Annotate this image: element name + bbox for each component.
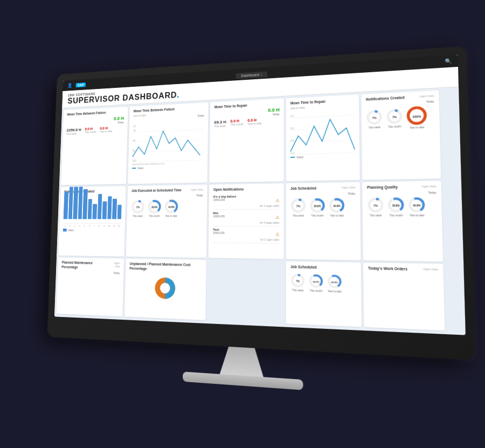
job-sched2-title: Job Scheduled	[290, 265, 317, 270]
bar-5	[82, 189, 87, 219]
screen: 👤 SAP Dashboard ↓ 🔍 28M SOFTWARE SUPERVI…	[54, 54, 466, 335]
svg-text:40.9%: 40.9%	[413, 204, 421, 207]
job-sched2-year-label: Year to date	[328, 290, 342, 293]
plan-qual-week-label: This week	[370, 214, 382, 217]
plan-qual-week-donut: 7% This week	[367, 197, 384, 217]
bar-4	[78, 186, 83, 219]
job-sched2-month-donut: 38.6% This month	[309, 273, 324, 292]
bar-labels: 1 2 3 4 5 6 7 8 9 10 11	[63, 224, 121, 227]
job-scheduled-card: Job Scheduled Ingen data Today 7%	[286, 182, 361, 260]
notif-time-2: for 6 dage siden	[260, 220, 279, 224]
notif-week-label: This week	[369, 126, 380, 129]
svg-text:7%: 7%	[296, 205, 301, 208]
mtbf-month-label: This month	[85, 130, 96, 133]
notif-id-2: 10001225	[213, 215, 225, 218]
job-sched-row3-card: Job Scheduled 7% This week	[286, 261, 362, 327]
planned-maint-ingen: Ingen data	[109, 261, 120, 268]
open-notifications-card: Open Notifications It's a big failure 10…	[209, 183, 284, 259]
mttr-year-label: Year to date	[247, 121, 261, 125]
job-exec-year-donut: 40.9% Year to date	[164, 199, 179, 217]
notif-month-label: This month	[388, 125, 401, 128]
search-icon[interactable]: 🔍	[445, 58, 452, 64]
mtbf-today-value: 0.0 H	[114, 115, 124, 121]
notifications-bar-chart	[63, 195, 122, 223]
bar-10	[107, 196, 112, 219]
dashboard-grid: Mean Time Between Failure 0.0 H Today	[54, 87, 466, 334]
dashboard-tab[interactable]: Dashboard ↓	[236, 71, 267, 79]
svg-text:0.6: 0.6	[290, 126, 294, 130]
mtbf-kpi-card: Mean Time Between Failure 0.0 H Today	[61, 106, 128, 185]
mtbf-chart-xlabel: 01 02 03 04 05 06 07 08 09 10 11 12	[132, 162, 164, 166]
svg-text:0.4: 0.4	[290, 114, 294, 118]
svg-text:0.8: 0.8	[290, 139, 294, 142]
notif-item-2: Not 10001225 ⚠ for 6 dage siden	[213, 209, 279, 226]
job-sched-today: Today	[290, 191, 355, 196]
planned-maint-title: Planned Maintenance Percentage	[61, 260, 109, 270]
notif-id-1: 10001226	[213, 198, 237, 201]
plan-qual-year-donut: 40.9% Year to date	[408, 196, 426, 217]
notif-donut-title: Notifications Created	[366, 95, 405, 101]
job-sched-year-donut: 40.9% Year to date	[329, 197, 345, 217]
todays-work-orders-card: Today's Work Orders Ingen data	[363, 263, 445, 330]
job-sched-year-label: Year to date	[330, 214, 344, 217]
notif-time-3: for 2 uger siden	[260, 238, 279, 241]
job-sched2-year-donut: 40.9% Year to date	[327, 273, 342, 293]
unplanned-cost-card: Unplanned / Planned Maintenance Cost Per…	[124, 259, 206, 320]
job-exec-month-label: This month	[149, 215, 160, 217]
notifications-donut-card: Notifications Created Ingen data Today 7…	[361, 90, 441, 180]
bar-11	[112, 198, 117, 219]
bar-2	[68, 186, 74, 219]
bar-7	[92, 204, 96, 219]
svg-text:7%: 7%	[136, 206, 140, 209]
notif-icon-1: ⚠	[275, 198, 279, 203]
svg-text:40: 40	[133, 129, 136, 132]
job-exec-month-donut: 38.6% This month	[148, 199, 162, 217]
job-exec-week-label: This week	[133, 215, 142, 217]
mtbf-week-value: 2359.8 H	[66, 127, 81, 132]
open-notif-title: Open Notifications	[213, 187, 280, 192]
notif-time-1: for 5 dage siden	[260, 204, 279, 207]
mttr-kpi-card: Mean Time to Repair 0.0 H Today 69.	[209, 98, 283, 183]
mtbf-line-chart: 100 80 60 40 20	[132, 119, 204, 162]
notif-week-donut: 7% This week	[366, 109, 383, 129]
svg-text:60: 60	[133, 139, 135, 142]
mttr-chart-card: Mean Time to Repair year to date 1.0	[286, 94, 360, 181]
mttr-title: Mean Time to Repair	[214, 103, 247, 109]
monitor-outer: 👤 SAP Dashboard ↓ 🔍 28M SOFTWARE SUPERVI…	[46, 46, 477, 402]
mttr-today-value: 0.0 H	[268, 107, 280, 113]
job-sched-month-label: This month	[311, 214, 324, 217]
plan-qual-month-donut: 38.8% This month	[387, 197, 405, 217]
notif-title-2: Not	[213, 211, 225, 215]
bar-3	[73, 187, 78, 219]
unplanned-title: Unplanned / Planned Maintenance Cost Per…	[129, 261, 202, 272]
mttr-chart-legend: Value	[296, 155, 303, 158]
svg-text:7%: 7%	[392, 115, 397, 119]
notifications-bar-card: Notifications Created	[58, 186, 126, 257]
notif-month-donut: 7% This month	[386, 108, 403, 128]
job-exec-today: Today	[131, 194, 203, 197]
svg-text:330%: 330%	[412, 114, 421, 118]
svg-text:7%: 7%	[372, 116, 377, 120]
plan-qual-year-label: Year to date	[410, 213, 425, 216]
bar-8	[98, 194, 102, 219]
mtbf-title: Mean Time Between Failure	[67, 111, 106, 116]
work-orders-ingen: Ingen data	[423, 267, 438, 271]
job-exec-year-label: Year to date	[165, 215, 177, 217]
svg-text:80: 80	[133, 149, 135, 152]
svg-text:1.0: 1.0	[290, 150, 294, 154]
svg-text:20: 20	[133, 125, 136, 127]
work-orders-title: Today's Work Orders	[368, 266, 407, 272]
user-icon: 👤	[67, 82, 72, 87]
svg-line-12	[290, 115, 355, 118]
notif-id-3: 10001220	[213, 231, 225, 234]
mttr-month-label: This month	[231, 122, 244, 126]
svg-text:40.9%: 40.9%	[168, 205, 175, 208]
job-sched2-week-label: This week	[292, 288, 303, 292]
svg-text:40.9%: 40.9%	[333, 204, 341, 207]
notif-year-donut: 330% Year to date	[406, 105, 427, 129]
mtbf-chart-today: Today	[197, 114, 204, 117]
job-sched-title: Job Scheduled	[290, 186, 316, 191]
job-sched-week-donut: 7% This week	[290, 197, 306, 217]
bar-1	[64, 191, 68, 219]
notif-year-label: Year to date	[410, 126, 424, 129]
